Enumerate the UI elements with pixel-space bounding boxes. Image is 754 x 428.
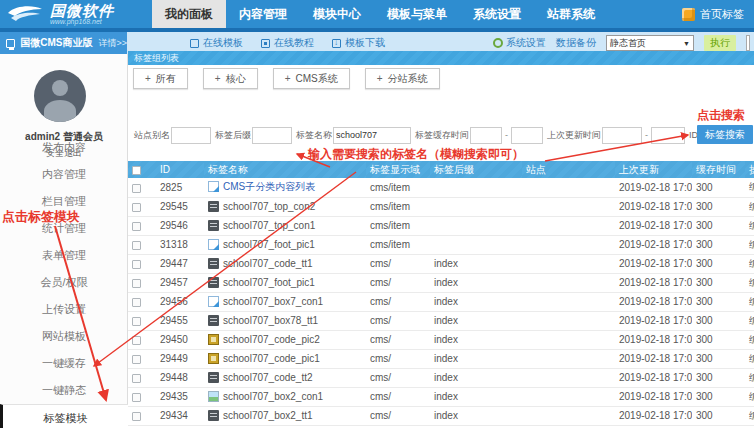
template-download-link[interactable]: 模板下载 [332,36,385,50]
tag-name-link[interactable]: school707_top_con1 [223,220,315,231]
tag-id: 29456 [156,292,204,311]
tag-cache: 300 [692,292,745,311]
sidebar-item[interactable]: 一键缓存 [0,350,128,377]
sidebar-item[interactable]: 标签模块 [0,404,128,428]
tag-name-link[interactable]: school707_foot_pic1 [223,239,315,250]
table-row: 2825 CMS子分类内容列表 cms/item 2019-02-18 17:0… [128,178,754,197]
tag-action-clipped[interactable]: 编辑 [745,349,754,368]
tag-updated: 2019-02-18 17:09 [615,387,692,406]
nav-tab[interactable]: 站群系统 [534,0,608,28]
row-checkbox[interactable] [132,260,141,269]
tag-group-button[interactable]: +核心 [203,68,258,89]
nav-tab[interactable]: 我的面板 [152,0,226,28]
tag-name-link[interactable]: school707_code_pic2 [223,334,320,345]
tag-group-button[interactable]: +所有 [133,68,188,89]
tag-name-input[interactable] [333,127,411,144]
monitor-icon [6,39,15,48]
tag-type-icon [208,334,219,345]
tag-name-link[interactable]: school707_foot_pic1 [223,277,315,288]
cache-from-input[interactable] [470,127,502,144]
tag-suffix: index [430,254,522,273]
sidebar: admin2 普通会员 安全退出 发布内容 内容管理 栏目管理 统计管理 表单管… [0,54,128,428]
cache-to-input[interactable] [511,127,543,144]
table-row: 29449 school707_code_pic1 cms/ index 201… [128,349,754,368]
row-checkbox[interactable] [132,298,141,307]
online-template-link[interactable]: 在线模板 [190,36,243,50]
nav-tab[interactable]: 模块中心 [300,0,374,28]
row-checkbox[interactable] [132,317,141,326]
static-page-select[interactable]: 静态首页 ▼ [606,35,694,51]
nav-tab[interactable]: 内容管理 [226,0,300,28]
row-checkbox[interactable] [132,393,141,402]
row-checkbox[interactable] [132,279,141,288]
nav-tab[interactable]: 系统设置 [460,0,534,28]
sidebar-item[interactable]: 发布内容 [0,134,128,161]
product-name: 国微CMS商业版 [20,36,92,50]
tag-action-clipped[interactable]: 编辑 [745,254,754,273]
tag-cache: 300 [692,216,745,235]
tag-name-link[interactable]: school707_code_tt2 [223,372,313,383]
tag-group-button[interactable]: +分站系统 [365,68,440,89]
row-checkbox[interactable] [132,355,141,364]
tag-name-link[interactable]: school707_code_tt1 [223,258,313,269]
tag-action-clipped[interactable]: 编辑 [745,330,754,349]
sidebar-item[interactable]: 上传设置 [0,296,128,323]
sidebar-item[interactable]: 会员/权限 [0,269,128,296]
tag-name-link[interactable]: school707_code_pic1 [223,353,320,364]
tag-type-icon [208,239,219,250]
row-checkbox[interactable] [132,336,141,345]
tag-action-clipped[interactable]: 编辑 [745,273,754,292]
data-backup-link[interactable]: 数据备份 [556,36,596,50]
tag-action-clipped[interactable]: 编辑 [745,292,754,311]
tag-action-clipped[interactable]: 编辑 [745,216,754,235]
tag-action-clipped[interactable]: 编辑 [745,368,754,387]
tag-action-clipped[interactable]: 编辑 [745,178,754,197]
tag-group-button[interactable]: +CMS系统 [273,68,350,89]
tag-action-clipped[interactable]: 编辑 [745,197,754,216]
tag-action-clipped[interactable]: 编辑 [745,235,754,254]
sidebar-menu: 发布内容 内容管理 栏目管理 统计管理 表单管理 会员/权限 上传设置 网站模板… [0,134,128,428]
tag-cache: 300 [692,406,745,425]
tag-name-link[interactable]: school707_box78_tt1 [223,315,318,326]
update-from-input[interactable] [602,127,642,144]
tag-name-link[interactable]: school707_box2_tt1 [223,410,313,421]
tag-name-link[interactable]: school707_box2_con1 [223,391,323,402]
tag-site [522,235,615,254]
tag-action-clipped[interactable]: 编辑 [745,387,754,406]
col-updated: 上次更新 [615,161,692,178]
tag-name-link[interactable]: school707_top_con2 [223,201,315,212]
row-checkbox[interactable] [132,412,141,421]
site-alias-input[interactable] [171,127,211,144]
run-button[interactable]: 执行 [704,35,736,51]
product-detail-link[interactable]: 详情>> [98,37,127,50]
tag-group-label: CMS系统 [296,73,338,84]
tag-name-link[interactable]: CMS子分类内容列表 [223,181,315,192]
system-settings-link[interactable]: 系统设置 [493,36,546,50]
tag-suffix-input[interactable] [252,127,292,144]
search-filter-row: 站点别名 标签后缀 标签名称 标签缓存时间 - 上次更新时间 - ID [131,125,751,145]
tag-action-clipped[interactable]: 编辑 [745,406,754,425]
sidebar-item[interactable]: 网站模板 [0,323,128,350]
tag-action-clipped[interactable]: 编辑 [745,311,754,330]
sidebar-item[interactable]: 表单管理 [0,242,128,269]
sidebar-item[interactable]: 一键静态 [0,377,128,404]
row-checkbox[interactable] [132,241,141,250]
tag-name-link[interactable]: school707_box7_con1 [223,296,323,307]
row-checkbox[interactable] [132,374,141,383]
online-tutorial-label: 在线教程 [274,36,314,50]
row-checkbox[interactable] [132,184,141,193]
plus-icon: + [145,73,151,84]
sidebar-item[interactable]: 内容管理 [0,161,128,188]
tag-search-button[interactable]: 标签搜索 [697,125,753,144]
nav-tab[interactable]: 模板与菜单 [374,0,460,28]
row-checkbox[interactable] [132,203,141,212]
table-row: 29546 school707_top_con1 cms/item 2019-0… [128,216,754,235]
tag-site [522,178,615,197]
online-tutorial-link[interactable]: 在线教程 [261,36,314,50]
select-all-checkbox[interactable] [132,166,141,175]
row-checkbox[interactable] [132,222,141,231]
tag-group-label: 核心 [226,73,246,84]
home-tag-button[interactable]: 首页标签 [682,0,754,28]
update-to-input[interactable] [651,127,685,144]
product-block[interactable]: 国微CMS商业版 详情>> [0,32,127,54]
